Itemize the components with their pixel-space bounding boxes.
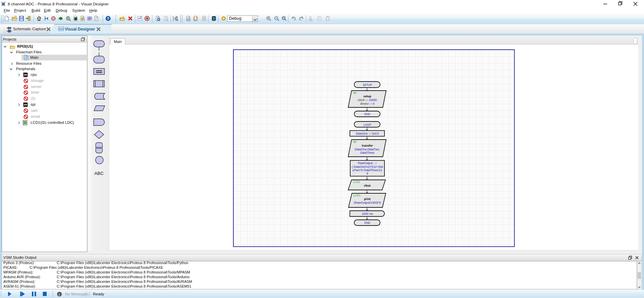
- svg-text:ABC: ABC: [94, 171, 104, 176]
- svg-text:8: 8: [367, 172, 368, 175]
- svg-text:1000 ms: 1000 ms: [362, 212, 373, 215]
- svg-text:LOOP: LOOP: [363, 123, 371, 127]
- svg-text:i: i: [59, 293, 60, 296]
- svg-text:transfer: transfer: [362, 144, 373, 147]
- svg-text:setup: setup: [363, 95, 371, 98]
- svg-text:RawOutput : =: RawOutput : =: [358, 161, 377, 165]
- svg-text:END: END: [364, 112, 370, 116]
- svg-text:( DataOne%2)*512+Dat: ( DataOne%2)*512+Dat: [352, 165, 383, 168]
- svg-text:print: print: [364, 197, 371, 201]
- svg-text:PP: PP: [24, 103, 27, 106]
- svg-text:DataOne := 0xC0: DataOne := 0xC0: [356, 132, 379, 135]
- svg-text:clear: clear: [364, 184, 371, 187]
- svg-text:device := 0: device := 0: [360, 102, 375, 105]
- svg-text:SETUP: SETUP: [363, 83, 372, 87]
- svg-text:aTwo*2+DataThree/12: aTwo*2+DataThree/12: [353, 168, 382, 172]
- svg-text:010: 010: [187, 19, 190, 21]
- svg-text:DataThree: DataThree: [360, 151, 374, 154]
- svg-text:LCD1: LCD1: [353, 180, 360, 184]
- svg-text:spi: spi: [353, 91, 357, 94]
- svg-text:LCD1: LCD1: [353, 194, 361, 197]
- svg-text:$: $: [82, 17, 84, 20]
- svg-text:PP: PP: [24, 73, 27, 77]
- svg-text:NOT: NOT: [146, 18, 149, 19]
- svg-text:DataOne,DataTwo,: DataOne,DataTwo,: [355, 148, 380, 151]
- svg-text:clock := 10000: clock := 10000: [358, 98, 377, 102]
- svg-text:END: END: [364, 221, 370, 225]
- svg-text:?: ?: [107, 16, 109, 20]
- svg-text:(RawOutput/1000)*5: (RawOutput/1000)*5: [354, 201, 381, 204]
- svg-text:010: 010: [59, 28, 63, 31]
- svg-text:spi: spi: [353, 140, 357, 143]
